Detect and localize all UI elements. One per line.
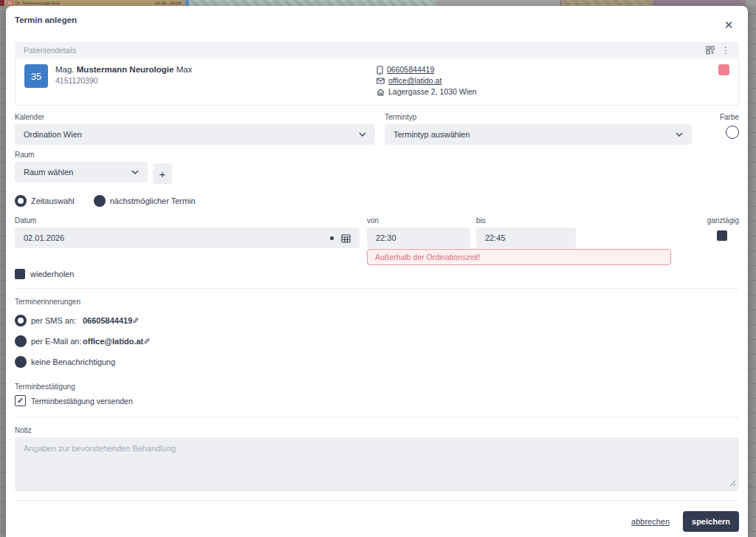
patient-id: 4151120390 [55,76,192,85]
patient-details-section: Patientendetails ⋮ 35 Mag. Mustermann Ne… [15,42,739,106]
section-divider [15,417,739,417]
calendar-icon[interactable] [341,233,351,243]
footer-divider [15,500,739,501]
reminder-email-row[interactable]: per E-Mail an: office@latido.at ✎ [15,335,739,347]
more-options-icon[interactable]: ⋮ [721,47,730,54]
mobile-phone-icon [377,66,383,75]
background-event-badge: 33 [7,1,13,5]
termintyp-value: Termintyp auswählen [394,130,470,139]
datum-label: Datum [15,216,360,225]
farbe-label: Farbe [701,113,739,121]
edit-pencil-icon[interactable]: ✎ [143,337,150,346]
envelope-icon [377,78,385,84]
reminder-sms-row[interactable]: per SMS an: 06605844419 ✎ [15,315,739,326]
radio-zeitauswahl-label: Zeitauswahl [31,196,75,205]
radio-unselected-icon [15,356,27,368]
radio-selected-icon [15,195,27,207]
resize-handle-icon[interactable] [729,479,736,488]
kalender-value: Ordination Wien [24,130,82,139]
dialog-title: Termin anlegen [15,6,739,24]
patient-phone-link[interactable]: 06605844419 [387,64,434,75]
radio-unselected-icon [94,195,106,207]
edit-pencil-icon[interactable]: ✎ [132,316,139,326]
terminbestaetigung-label: Terminbestätigung [15,383,739,391]
von-value: 22:30 [376,233,396,242]
background-event: 33 Dr. Testneurologie Eva 14:30 - 14:18 [4,0,183,6]
notiz-textarea[interactable]: Angaben zur bevorstehenden Behandlung [15,437,739,491]
reminder-sms-value: 06605844419 [83,316,132,325]
radio-naechstmoeglich-label: nächstmöglicher Termin [110,196,196,205]
patient-name-prefix: Mag. [55,65,75,74]
termintyp-label: Termintyp [385,113,692,121]
terminerinnerungen-label: Terminerinnerungen [15,298,739,306]
notiz-label: Notiz [15,426,739,434]
background-event-time: 14:30 - 14:18 [155,1,181,5]
background-calendar-strip: 33 Dr. Testneurologie Eva 14:30 - 14:18 [0,0,756,6]
bis-value: 22:45 [485,233,506,242]
raum-select[interactable]: Raum wählen [15,162,148,182]
chevron-down-icon [359,132,366,137]
terminbestaetigung-checkbox[interactable]: ✓ [15,395,26,406]
wiederholen-row[interactable]: wiederholen [15,269,739,279]
raum-label: Raum [15,151,148,159]
termintyp-select[interactable]: Termintyp auswählen [385,124,692,145]
bis-label: bis [476,216,576,225]
patient-name-suffix: Max [176,65,193,74]
radio-naechstmoeglicher-termin[interactable]: nächstmöglicher Termin [94,195,196,207]
save-button[interactable]: speichern [683,511,739,532]
bis-input[interactable]: 22:45 [476,228,576,248]
kalender-select[interactable]: Ordination Wien [15,124,375,145]
patient-phone-row: 06605844419 [377,64,477,75]
background-striped-block [189,0,436,6]
patient-address-row: Lagergasse 2, 1030 Wien [377,86,477,98]
reminder-sms-label: per SMS an: [31,316,83,325]
clear-date-icon[interactable] [330,236,334,240]
chevron-down-icon [131,170,139,174]
background-event-title: Dr. Testneurologie Eva [16,1,60,5]
patient-avatar[interactable]: 35 [24,64,48,88]
wiederholen-checkbox[interactable] [15,269,25,279]
farbe-picker[interactable] [726,126,739,139]
section-divider [15,288,739,289]
close-icon[interactable]: ✕ [723,19,735,31]
raum-value: Raum wählen [24,168,73,177]
notiz-placeholder: Angaben zur bevorstehenden Behandlung [24,444,176,453]
add-room-button[interactable]: + [153,163,172,184]
terminbestaetigung-row[interactable]: ✓ Terminbestätigung versenden [15,395,739,406]
reminder-email-label: per E-Mail an: [31,337,83,346]
ganztaegig-checkbox[interactable] [717,230,727,241]
patient-address: Lagergasse 2, 1030 Wien [388,86,477,98]
chevron-down-icon [676,132,683,137]
cancel-button[interactable]: abbrechen [631,517,670,526]
radio-unselected-icon [15,335,27,347]
patient-email-row: office@latido.at [377,75,477,86]
home-icon [377,89,385,96]
patient-color-marker[interactable] [718,64,729,75]
background-calendar-column [436,0,561,6]
patient-details-header: Patientendetails ⋮ [15,42,739,58]
datum-value: 02.01.2026 [24,233,64,242]
reminder-email-value: office@latido.at [83,337,143,346]
patient-details-label: Patientendetails [24,47,76,55]
patient-card: 35 Mag. Mustermann Neurologie Max 415112… [15,58,739,106]
reminder-none-label: keine Benachrichtigung [31,358,115,366]
datum-input[interactable]: 02.01.2026 [15,228,360,248]
terminbestaetigung-checkbox-label: Terminbestätigung versenden [31,397,133,406]
background-striped-block-2 [561,0,653,6]
patient-name: Mag. Mustermann Neurologie Max [55,65,192,74]
patient-name-main: Mustermann Neurologie [77,65,174,74]
radio-zeitauswahl[interactable]: Zeitauswahl [15,195,75,207]
patient-email-link[interactable]: office@latido.at [388,75,441,86]
termin-anlegen-dialog: Termin anlegen ✕ Patientendetails ⋮ 35 M… [6,6,748,537]
von-input[interactable]: 22:30 [367,228,470,248]
background-calendar-edge [746,0,756,6]
grid-view-icon[interactable] [706,46,715,55]
reminder-none-row[interactable]: keine Benachrichtigung [15,356,739,368]
ganztaegig-label: ganztägig [576,216,739,225]
von-label: von [367,216,470,225]
radio-selected-icon [15,315,27,326]
wiederholen-label: wiederholen [30,270,74,278]
kalender-label: Kalender [15,113,375,121]
ordinationszeit-error: Außerhalb der Ordinationszeit! [367,249,671,265]
background-event-block-2 [653,0,746,6]
